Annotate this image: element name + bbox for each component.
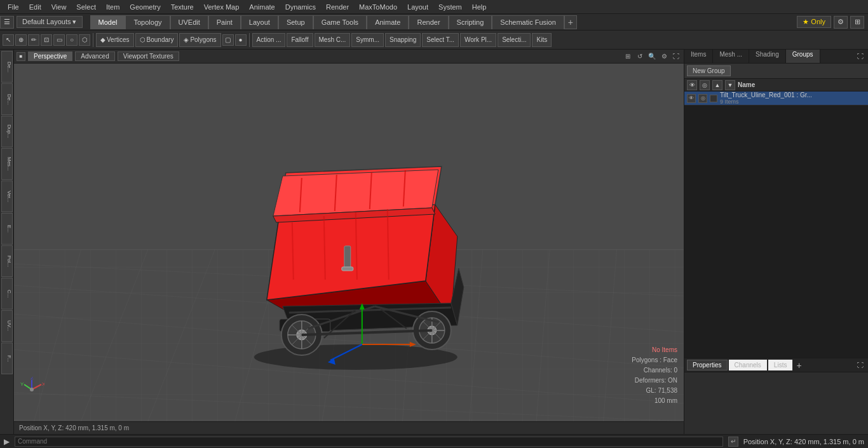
menu-render[interactable]: Render	[321, 2, 354, 12]
tool-falloff[interactable]: Falloff	[287, 33, 313, 47]
group-down-icon[interactable]: ▼	[725, 80, 735, 90]
group-render-icon-0[interactable]: ◎	[698, 94, 707, 103]
left-tool-7[interactable]: C...	[1, 278, 13, 309]
tool-rect-icon[interactable]: ▭	[53, 34, 65, 46]
menu-animate[interactable]: Animate	[244, 2, 280, 12]
group-row-0[interactable]: 👁 ◎ Tilt_Truck_Uline_Red_001 : Gr... 9 I…	[684, 92, 868, 105]
bp-expand-icon[interactable]: ⛶	[855, 360, 865, 370]
tool-select-t[interactable]: Select T...	[422, 33, 459, 47]
layouts-gear-icon[interactable]: ⚙	[834, 16, 848, 29]
layouts-settings-icon[interactable]: ☰	[0, 16, 14, 29]
group-eye-icon[interactable]: 👁	[687, 80, 697, 90]
menu-texture[interactable]: Texture	[166, 2, 199, 12]
rp-expand-icon[interactable]: ⛶	[855, 51, 865, 62]
left-tool-8[interactable]: UV...	[1, 310, 13, 342]
right-panel-tabs: Items Mesh ... Shading Groups ⛶	[684, 50, 868, 64]
viewport-search-icon[interactable]: 🔍	[647, 51, 657, 62]
bp-tab-channels[interactable]: Channels	[729, 360, 767, 370]
menu-dynamics[interactable]: Dynamics	[280, 2, 321, 12]
tool-symm[interactable]: Symm...	[351, 33, 384, 47]
tool-world-icon[interactable]: ⊕	[15, 34, 27, 46]
tab-paint[interactable]: Paint	[208, 15, 241, 29]
tab-animate[interactable]: Animate	[367, 15, 409, 29]
tool-pen-icon[interactable]: ✏	[28, 34, 39, 46]
tool-action[interactable]: Action ...	[252, 33, 286, 47]
group-visibility-icon[interactable]: 👁	[687, 94, 696, 103]
tab-schematic[interactable]: Schematic Fusion	[492, 15, 564, 29]
tool-circle-icon[interactable]: ○	[66, 34, 78, 46]
tab-model[interactable]: Model	[90, 15, 126, 29]
polygons-info: Polygons : Face	[632, 355, 677, 365]
command-input[interactable]	[15, 437, 723, 447]
menu-maxtomodo[interactable]: MaxToModo	[354, 2, 402, 12]
left-tool-6[interactable]: Pol...	[1, 245, 13, 277]
tab-uvedit[interactable]: UVEdit	[170, 15, 208, 29]
tool-snapping[interactable]: Snapping	[385, 33, 421, 47]
menu-layout[interactable]: Layout	[402, 2, 433, 12]
tab-render[interactable]: Render	[409, 15, 448, 29]
menu-geometry[interactable]: Geometry	[125, 2, 165, 12]
tool-square-icon[interactable]: ▢	[222, 34, 234, 46]
tool-selecti[interactable]: Selecti...	[498, 33, 531, 47]
viewport-rotate-icon[interactable]: ↺	[635, 51, 645, 62]
left-tool-3[interactable]: Mes...	[1, 148, 13, 180]
menu-vertex-map[interactable]: Vertex Map	[199, 2, 245, 12]
tool-select-icon[interactable]: ↖	[3, 34, 14, 46]
layouts-expand-icon[interactable]: ⊞	[850, 16, 864, 29]
menu-file[interactable]: File	[3, 2, 24, 12]
group-up-icon[interactable]: ▲	[712, 80, 722, 90]
bp-tab-properties[interactable]: Properties	[687, 360, 728, 370]
tool-boundary[interactable]: ⬡ Boundary	[135, 33, 179, 47]
menu-select[interactable]: Select	[71, 2, 101, 12]
tool-work-pl[interactable]: Work Pl...	[460, 33, 496, 47]
new-group-button[interactable]: New Group	[687, 65, 731, 76]
tab-setup[interactable]: Setup	[278, 15, 313, 29]
viewport-tab-perspective[interactable]: Perspective	[28, 51, 72, 61]
tool-mesh-c[interactable]: Mesh C...	[315, 33, 351, 47]
tool-transform-icon[interactable]: ⊡	[41, 34, 52, 46]
menu-edit[interactable]: Edit	[24, 2, 46, 12]
viewport[interactable]: ■ Perspective Advanced Viewport Textures…	[14, 50, 684, 434]
viewport-toggle-icon[interactable]: ■	[17, 52, 25, 61]
left-tool-9[interactable]: F...	[1, 343, 13, 374]
tab-add-icon[interactable]: +	[564, 15, 577, 29]
command-run-button[interactable]: ↵	[728, 437, 738, 447]
viewport-fit-icon[interactable]: ⊞	[623, 51, 633, 62]
tool-kits[interactable]: Kits	[532, 33, 552, 47]
layouts-dropdown[interactable]: Default Layouts ▾	[17, 16, 83, 28]
tab-layout[interactable]: Layout	[241, 15, 278, 29]
tool-shield-icon[interactable]: ⬡	[79, 34, 90, 46]
viewport-canvas[interactable]: No Items Polygons : Face Channels: 0 Def…	[14, 64, 684, 421]
menu-system[interactable]: System	[433, 2, 467, 12]
menu-view[interactable]: View	[46, 2, 72, 12]
bp-add-icon[interactable]: +	[796, 360, 801, 370]
statusbar-position: Position X, Y, Z: 420 mm, 1.315 m, 0 m	[743, 438, 864, 445]
tool-polygons[interactable]: ◈ Polygons	[179, 33, 220, 47]
only-button[interactable]: ★ Only	[797, 16, 831, 28]
viewport-tab-advanced[interactable]: Advanced	[75, 51, 114, 61]
group-render-icon[interactable]: ◎	[700, 80, 710, 90]
left-tool-1[interactable]: De...	[1, 83, 13, 115]
viewport-settings-icon[interactable]: ⚙	[659, 51, 669, 62]
rp-tab-groups[interactable]: Groups	[786, 50, 820, 63]
tab-game-tools[interactable]: Game Tools	[313, 15, 367, 29]
menu-help[interactable]: Help	[467, 2, 492, 12]
tool-dot-icon[interactable]: ●	[235, 34, 247, 46]
left-tool-5[interactable]: E...	[1, 213, 13, 245]
viewport-expand-icon[interactable]: ⛶	[671, 51, 681, 62]
viewport-icons: ⊞ ↺ 🔍 ⚙ ⛶	[623, 51, 681, 62]
tool-vertices[interactable]: ◆ Vertices	[96, 33, 134, 47]
rp-tab-items[interactable]: Items	[684, 50, 713, 63]
viewport-tab-textures[interactable]: Viewport Textures	[118, 51, 179, 61]
left-tool-2[interactable]: Dup...	[1, 116, 13, 147]
tab-topology[interactable]: Topology	[125, 15, 170, 29]
left-tool-0[interactable]: De...	[1, 51, 13, 83]
menu-item[interactable]: Item	[101, 2, 125, 12]
position-status: Position X, Y, Z: 420 mm, 1.315 m, 0 m	[19, 424, 129, 431]
left-tool-4[interactable]: Ver...	[1, 180, 13, 212]
rp-tab-mesh[interactable]: Mesh ...	[713, 50, 749, 63]
rp-tab-shading[interactable]: Shading	[749, 50, 786, 63]
group-checkbox-0[interactable]	[710, 95, 717, 102]
bp-tab-lists[interactable]: Lists	[768, 360, 793, 370]
tab-scripting[interactable]: Scripting	[449, 15, 492, 29]
